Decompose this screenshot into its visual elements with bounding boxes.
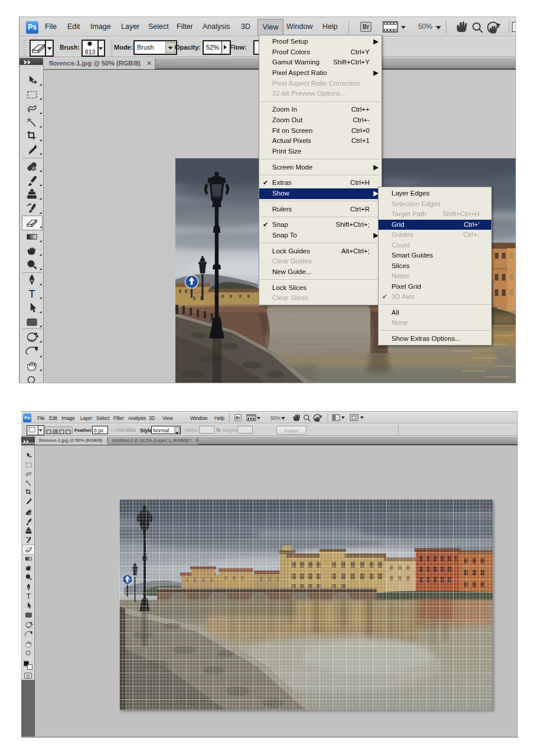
svg-text:T: T: [27, 592, 31, 601]
svg-text:T: T: [28, 288, 35, 300]
